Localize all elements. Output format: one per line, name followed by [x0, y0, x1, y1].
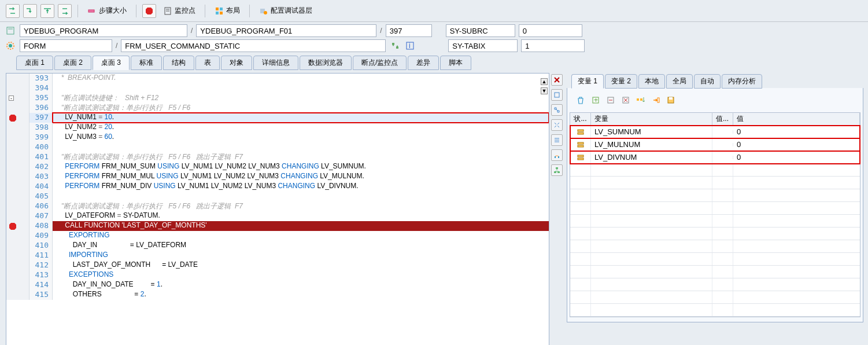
gutter-marker[interactable]	[6, 172, 29, 182]
layout-button[interactable]: 布局	[211, 4, 243, 17]
code-line[interactable]: 405	[6, 192, 549, 201]
desktop-tab[interactable]: 桌面 1	[16, 56, 53, 70]
code-content[interactable]: LV_NUM2 = 20.	[53, 123, 549, 133]
config-debug-layer-button[interactable]: 配置调试器层	[256, 4, 316, 17]
code-line[interactable]: 397 LV_NUM1 = 10.	[6, 113, 549, 123]
scroll-up-icon[interactable]: ▲	[541, 78, 548, 85]
variable-row-empty[interactable]	[570, 189, 860, 202]
code-content[interactable]	[53, 83, 549, 93]
code-content[interactable]: DAY_IN = LV_DATEFORM	[53, 241, 549, 251]
variable-row-empty[interactable]	[570, 227, 860, 240]
variable-row-empty[interactable]	[570, 215, 860, 227]
hierarchy-icon[interactable]	[551, 164, 563, 176]
gutter-marker[interactable]	[6, 74, 29, 83]
var-value[interactable]: 0	[733, 126, 860, 138]
code-content[interactable]: OTHERS = 2.	[53, 290, 549, 300]
program-input[interactable]	[20, 24, 187, 37]
info-icon[interactable]: i	[404, 40, 416, 52]
code-content[interactable]: LV_NUM1 = 10.	[53, 113, 549, 123]
gutter-marker[interactable]	[6, 162, 29, 172]
code-line[interactable]: 414 DAY_IN_NO_DATE = 1.	[6, 280, 549, 290]
variable-row[interactable]: LV_SUMNUM0	[570, 126, 860, 138]
code-content[interactable]: "断点调试测试逻辑：单步/行执行 F5 / F6 跳出子逻辑 F7	[53, 201, 549, 211]
desktop-tab[interactable]: 数据浏览器	[300, 56, 352, 70]
gutter-marker[interactable]	[6, 83, 29, 93]
desktop-tab[interactable]: 桌面 2	[54, 56, 91, 70]
sort-vars-icon[interactable]	[636, 95, 646, 105]
gutter-marker[interactable]	[6, 123, 29, 133]
code-content[interactable]: PERFORM FRM_NUM_MUL USING LV_NUM1 LV_NUM…	[53, 172, 549, 182]
export-icon[interactable]	[651, 95, 661, 105]
variable-row-empty[interactable]	[570, 202, 860, 215]
code-content[interactable]	[53, 142, 549, 152]
code-content[interactable]: LV_DATEFORM = SY-DATUM.	[53, 211, 549, 221]
code-line[interactable]: 402 PERFORM FRM_NUM_SUM USING LV_NUM1 LV…	[6, 162, 549, 172]
desktop-tab[interactable]: 桌面 3	[93, 56, 130, 70]
code-content[interactable]: EXCEPTIONS	[53, 270, 549, 280]
code-content[interactable]: DAY_IN_NO_DATE = 1.	[53, 280, 549, 290]
code-line[interactable]: 399 LV_NUM3 = 60.	[6, 133, 549, 142]
code-content[interactable]: "断点调试快捷键： Shift + F12	[53, 93, 549, 103]
sy-subrc-label[interactable]	[446, 24, 515, 37]
gutter-marker[interactable]: -	[6, 93, 29, 103]
code-content[interactable]: "断点调试测试逻辑：单步/行执行 F5 / F6	[53, 103, 549, 113]
var-value[interactable]: 0	[733, 138, 860, 151]
clear-icon[interactable]	[620, 95, 631, 105]
gutter-marker[interactable]	[6, 241, 29, 251]
tree-icon[interactable]	[551, 104, 563, 116]
gutter-marker[interactable]	[6, 211, 29, 221]
variable-tab[interactable]: 变量 1	[571, 74, 604, 89]
code-content[interactable]: * BREAK-POINT.	[53, 74, 549, 83]
scroll-down-icon[interactable]: ▼	[541, 87, 548, 94]
var-name[interactable]: LV_DIVNUM	[591, 151, 712, 163]
gutter-marker[interactable]	[6, 192, 29, 201]
code-line[interactable]: 409 EXPORTING	[6, 231, 549, 241]
code-line[interactable]: 408 CALL FUNCTION 'LAST_DAY_OF_MONTHS'	[6, 221, 549, 231]
delete-icon[interactable]	[575, 95, 586, 105]
stop-icon[interactable]	[142, 4, 156, 18]
step-out-icon[interactable]	[40, 4, 54, 18]
sy-subrc-value[interactable]	[519, 24, 582, 37]
line-input[interactable]	[386, 24, 432, 37]
var-name[interactable]: LV_MULNUM	[591, 138, 712, 151]
block-name-input[interactable]	[121, 39, 386, 52]
code-content[interactable]: IMPORTING	[53, 251, 549, 260]
var-name[interactable]: LV_SUMNUM	[591, 126, 712, 138]
sy-tabix-label[interactable]	[448, 39, 518, 52]
code-line[interactable]: 411 IMPORTING	[6, 251, 549, 260]
code-content[interactable]: CALL FUNCTION 'LAST_DAY_OF_MONTHS'	[53, 221, 549, 231]
gutter-marker[interactable]	[6, 201, 29, 211]
variable-row-empty[interactable]	[570, 304, 860, 317]
variable-row-empty[interactable]	[570, 164, 860, 177]
gutter-marker[interactable]	[6, 113, 29, 123]
desktop-tab[interactable]: 结构	[163, 56, 194, 70]
sort-icon[interactable]	[389, 40, 401, 52]
gutter-marker[interactable]	[6, 142, 29, 152]
col-variable-header[interactable]: 变量	[591, 112, 712, 126]
variable-row-empty[interactable]	[570, 291, 860, 304]
code-line[interactable]: 393 * BREAK-POINT.	[6, 74, 549, 83]
code-content[interactable]: EXPORTING	[53, 231, 549, 241]
code-line[interactable]: 404 PERFORM FRM_NUM_DIV USING LV_NUM1 LV…	[6, 182, 549, 192]
variable-row[interactable]: LV_MULNUM0	[570, 138, 860, 151]
code-content[interactable]	[53, 192, 549, 201]
variable-row-empty[interactable]	[570, 240, 860, 253]
desktop-tab[interactable]: 断点/监控点	[353, 56, 407, 70]
save-icon[interactable]	[666, 95, 676, 105]
step-return-icon[interactable]	[58, 4, 72, 18]
variable-row-empty[interactable]	[570, 278, 860, 291]
expand-icon[interactable]	[551, 119, 563, 131]
list-icon[interactable]	[551, 134, 563, 146]
desktop-tab[interactable]: 对象	[221, 56, 252, 70]
remove-icon[interactable]	[605, 95, 616, 105]
code-line[interactable]: 394	[6, 83, 549, 93]
code-line[interactable]: -395 "断点调试快捷键： Shift + F12	[6, 93, 549, 103]
code-content[interactable]: "断点调试测试逻辑：单步/行执行 F5 / F6 跳出子逻辑 F7	[53, 152, 549, 162]
code-content[interactable]: PERFORM FRM_NUM_SUM USING LV_NUM1 LV_NUM…	[53, 162, 549, 172]
variable-row-empty[interactable]	[570, 266, 860, 278]
code-content[interactable]: LAST_DAY_OF_MONTH = LV_DATE	[53, 260, 549, 270]
desktop-tab[interactable]: 差异	[408, 56, 439, 70]
desktop-tab[interactable]: 标准	[131, 56, 162, 70]
step-into-icon[interactable]	[23, 4, 37, 18]
code-line[interactable]: 415 OTHERS = 2.	[6, 290, 549, 300]
